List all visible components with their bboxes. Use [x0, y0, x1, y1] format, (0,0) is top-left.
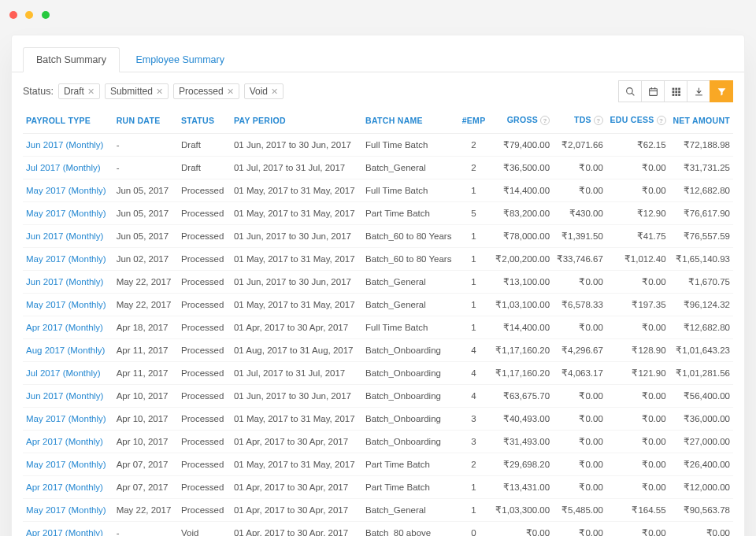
status-chip-void[interactable]: Void✕: [244, 83, 284, 99]
filter-button[interactable]: [710, 80, 733, 102]
cell-tds: ₹4,063.17: [553, 362, 606, 385]
col-run-date[interactable]: RUN DATE: [113, 107, 178, 134]
tab-employee-summary[interactable]: Employee Summary: [123, 48, 237, 72]
cell-run-date: May 22, 2017: [113, 499, 178, 522]
cell-pay-period: 01 Jul, 2017 to 31 Jul, 2017: [231, 157, 362, 179]
status-chip-submitted[interactable]: Submitted✕: [105, 83, 169, 99]
payroll-type-link[interactable]: May 2017 (Monthly): [26, 414, 106, 423]
remove-icon[interactable]: ✕: [87, 87, 94, 97]
payroll-type-link[interactable]: Apr 2017 (Monthly): [26, 482, 103, 492]
cell-status: Void: [178, 522, 231, 536]
cell-net: ₹76,557.59: [669, 225, 733, 248]
cell-tds: ₹0.00: [553, 476, 606, 499]
cell-pay-period: 01 May, 2017 to 31 May, 2017: [231, 408, 362, 431]
payroll-type-link[interactable]: Aug 2017 (Monthly): [26, 346, 105, 355]
col-emp[interactable]: #EMP: [458, 107, 491, 134]
filter-bar: Status: Draft✕ Submitted✕ Processed✕ Voi…: [12, 72, 744, 107]
tabs: Batch Summary Employee Summary: [12, 35, 744, 72]
maximize-dot[interactable]: [42, 11, 50, 19]
remove-icon[interactable]: ✕: [227, 87, 234, 97]
col-tds[interactable]: TDS?: [553, 107, 606, 134]
col-pay-period[interactable]: PAY PERIOD: [231, 107, 362, 134]
remove-icon[interactable]: ✕: [271, 87, 278, 97]
cell-run-date: Jun 05, 2017: [113, 202, 178, 225]
cell-net: ₹26,400.00: [669, 453, 733, 476]
tab-batch-summary[interactable]: Batch Summary: [23, 47, 120, 72]
remove-icon[interactable]: ✕: [156, 87, 163, 97]
col-gross[interactable]: GROSS?: [492, 107, 553, 134]
cell-edu-cess: ₹164.55: [606, 499, 669, 522]
cell-tds: ₹0.00: [553, 271, 606, 294]
table-toolbar: [618, 80, 733, 102]
cell-pay-period: 01 Apr, 2017 to 30 Apr, 2017: [231, 499, 362, 522]
cell-emp: 2: [458, 134, 491, 157]
table-row: Jul 2017 (Monthly)-Draft01 Jul, 2017 to …: [23, 157, 733, 179]
cell-status: Processed: [178, 362, 231, 385]
col-status[interactable]: STATUS: [178, 107, 231, 134]
status-chip-processed[interactable]: Processed✕: [173, 83, 239, 99]
table-row: Apr 2017 (Monthly)Apr 07, 2017Processed0…: [23, 476, 733, 499]
payroll-type-link[interactable]: Jun 2017 (Monthly): [26, 231, 103, 241]
payroll-type-link[interactable]: Apr 2017 (Monthly): [26, 323, 103, 332]
cell-status: Processed: [178, 408, 231, 431]
table-row: Jun 2017 (Monthly)May 22, 2017Processed0…: [23, 271, 733, 294]
cell-payroll-type: Apr 2017 (Monthly): [23, 316, 113, 339]
help-icon[interactable]: ?: [657, 116, 666, 125]
svg-rect-8: [678, 87, 680, 90]
payroll-type-link[interactable]: May 2017 (Monthly): [26, 186, 106, 195]
col-net-amount[interactable]: NET AMOUNT: [669, 107, 733, 134]
cell-run-date: Apr 11, 2017: [113, 339, 178, 362]
cell-net: ₹56,400.00: [669, 385, 733, 408]
payroll-type-link[interactable]: May 2017 (Monthly): [26, 460, 106, 469]
export-button[interactable]: [687, 80, 710, 102]
table-row: Apr 2017 (Monthly)-Void01 Apr, 2017 to 3…: [23, 522, 733, 536]
close-dot[interactable]: [9, 11, 17, 19]
table-row: May 2017 (Monthly)May 22, 2017Processed0…: [23, 499, 733, 522]
cell-net: ₹12,682.80: [669, 316, 733, 339]
col-payroll-type[interactable]: PAYROLL TYPE: [23, 107, 113, 134]
payroll-type-link[interactable]: Jun 2017 (Monthly): [26, 140, 103, 150]
payroll-type-link[interactable]: Apr 2017 (Monthly): [26, 437, 103, 446]
payroll-type-link[interactable]: Apr 2017 (Monthly): [26, 528, 103, 536]
payroll-type-link[interactable]: May 2017 (Monthly): [26, 505, 106, 515]
cell-run-date: -: [113, 522, 178, 536]
search-button[interactable]: [618, 80, 642, 102]
cell-run-date: Apr 18, 2017: [113, 316, 178, 339]
cell-batch-name: Full Time Batch: [362, 179, 458, 202]
col-batch-name[interactable]: BATCH NAME: [362, 107, 458, 134]
payroll-type-link[interactable]: May 2017 (Monthly): [26, 209, 106, 218]
cell-batch-name: Batch_60 to 80 Years: [362, 248, 458, 271]
cell-gross: ₹1,03,100.00: [492, 294, 553, 316]
svg-rect-9: [672, 91, 674, 93]
payroll-type-link[interactable]: Jul 2017 (Monthly): [26, 368, 101, 378]
table-row: May 2017 (Monthly)May 22, 2017Processed0…: [23, 294, 733, 316]
cell-run-date: -: [113, 134, 178, 157]
cell-status: Processed: [178, 202, 231, 225]
cell-emp: 1: [458, 225, 491, 248]
cell-emp: 3: [458, 431, 491, 453]
cell-emp: 0: [458, 522, 491, 536]
table-row: May 2017 (Monthly)Jun 05, 2017Processed0…: [23, 179, 733, 202]
payroll-type-link[interactable]: Jul 2017 (Monthly): [26, 163, 101, 172]
cell-status: Processed: [178, 453, 231, 476]
cell-payroll-type: Jun 2017 (Monthly): [23, 134, 113, 157]
cell-net: ₹76,617.90: [669, 202, 733, 225]
payroll-type-link[interactable]: Jun 2017 (Monthly): [26, 391, 103, 401]
help-icon[interactable]: ?: [540, 116, 550, 125]
help-icon[interactable]: ?: [594, 116, 603, 125]
cell-payroll-type: Jun 2017 (Monthly): [23, 385, 113, 408]
svg-rect-7: [675, 87, 677, 90]
cell-pay-period: 01 Jun, 2017 to 30 Jun, 2017: [231, 271, 362, 294]
cell-tds: ₹0.00: [553, 179, 606, 202]
payroll-type-link[interactable]: May 2017 (Monthly): [26, 254, 106, 264]
columns-button[interactable]: [664, 80, 687, 102]
payroll-type-link[interactable]: May 2017 (Monthly): [26, 300, 106, 309]
col-edu-cess[interactable]: EDU CESS?: [606, 107, 669, 134]
payroll-type-link[interactable]: Jun 2017 (Monthly): [26, 277, 103, 286]
window-controls: [0, 0, 756, 27]
status-chip-draft[interactable]: Draft✕: [58, 83, 100, 99]
table-row: Aug 2017 (Monthly)Apr 11, 2017Processed0…: [23, 339, 733, 362]
minimize-dot[interactable]: [25, 11, 33, 19]
calendar-button[interactable]: [641, 80, 665, 102]
table-row: May 2017 (Monthly)Apr 07, 2017Processed0…: [23, 453, 733, 476]
